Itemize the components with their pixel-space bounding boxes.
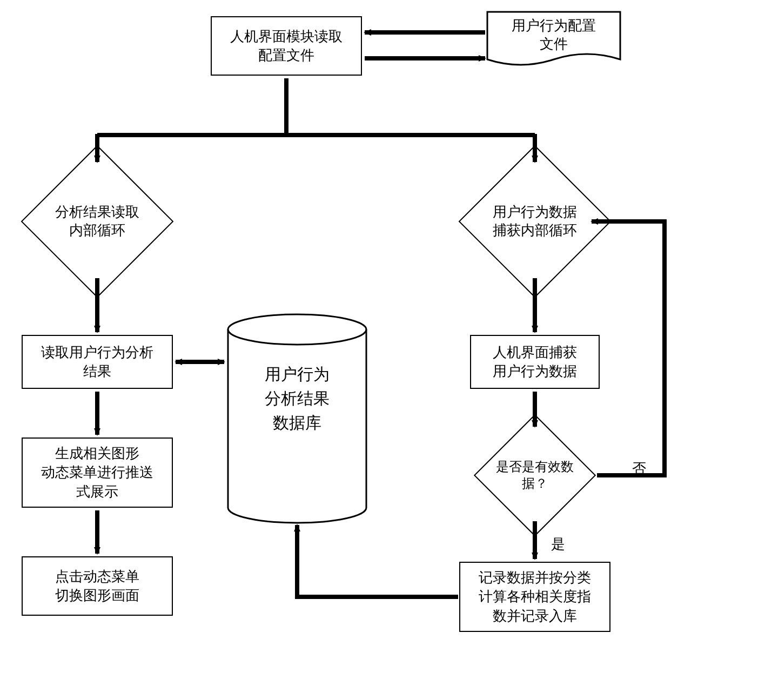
node-config-file: 用户行为配置 文件 — [486, 11, 621, 70]
node-right-loop-text: 用户行为数据 捕获内部循环 — [481, 167, 589, 275]
node-database-text: 用户行为 分析结果 数据库 — [227, 362, 367, 435]
node-capture-text: 人机界面捕获 用户行为数据 — [493, 343, 577, 381]
node-database: 用户行为 分析结果 数据库 — [227, 313, 367, 524]
node-click-menu: 点击动态菜单 切换图形画面 — [22, 556, 173, 616]
node-capture: 人机界面捕获 用户行为数据 — [470, 335, 600, 389]
node-left-loop: 分析结果读取 内部循环 — [43, 167, 151, 275]
node-read-result-text: 读取用户行为分析 结果 — [41, 343, 153, 381]
node-valid: 是否是有效数 据？ — [492, 432, 578, 519]
label-no: 否 — [632, 459, 646, 478]
node-record: 记录数据并按分类 计算各种相关度指 数并记录入库 — [459, 562, 610, 632]
label-yes: 是 — [551, 535, 565, 554]
node-read-result: 读取用户行为分析 结果 — [22, 335, 173, 389]
node-left-loop-text: 分析结果读取 内部循环 — [43, 167, 151, 275]
node-valid-text: 是否是有效数 据？ — [492, 432, 578, 519]
node-gen-menu-text: 生成相关图形 动态菜单进行推送 式展示 — [41, 444, 153, 501]
node-read-config-text: 人机界面模块读取 配置文件 — [230, 27, 343, 65]
node-right-loop: 用户行为数据 捕获内部循环 — [481, 167, 589, 275]
node-gen-menu: 生成相关图形 动态菜单进行推送 式展示 — [22, 437, 173, 508]
node-config-file-text: 用户行为配置 文件 — [486, 11, 621, 59]
node-click-menu-text: 点击动态菜单 切换图形画面 — [55, 567, 139, 605]
node-record-text: 记录数据并按分类 计算各种相关度指 数并记录入库 — [479, 568, 591, 625]
svg-point-0 — [228, 314, 366, 345]
node-read-config: 人机界面模块读取 配置文件 — [211, 16, 362, 76]
flowchart-canvas: 人机界面模块读取 配置文件 用户行为配置 文件 分析结果读取 内部循环 用户行为… — [11, 11, 754, 689]
